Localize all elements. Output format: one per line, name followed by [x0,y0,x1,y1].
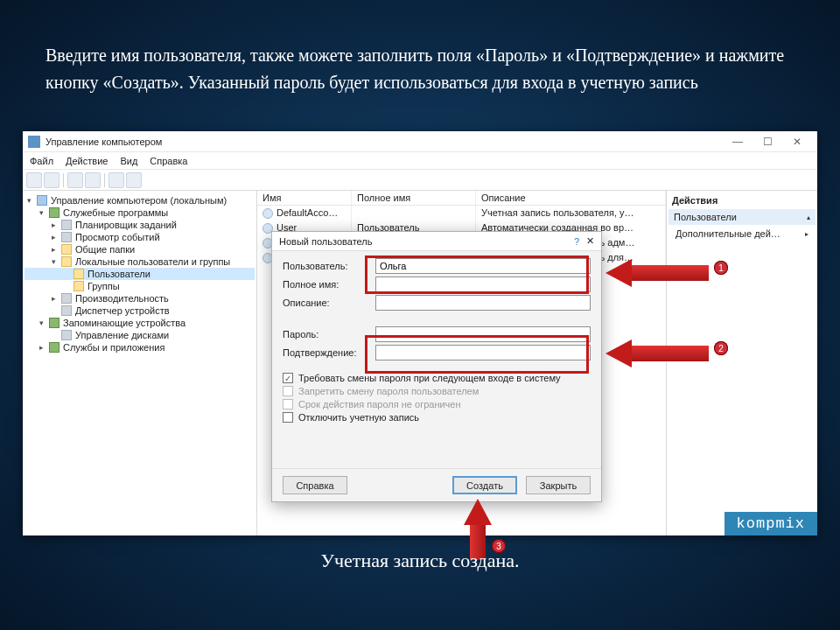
chevron-right-icon: ▸ [805,230,808,238]
checkbox-icon [283,412,293,423]
checkbox-icon [283,386,293,396]
input-description[interactable] [375,295,591,311]
help-button[interactable]: Справка [283,476,347,494]
menu-view[interactable]: Вид [120,156,137,166]
arrow-1 [606,259,709,287]
menu-file[interactable]: Файл [30,156,53,166]
actions-more[interactable]: Дополнительные дей…▸ [668,226,816,242]
checkbox-icon [283,399,293,410]
input-password[interactable] [375,326,591,342]
toolbar-back-icon[interactable] [26,172,42,188]
menu-action[interactable]: Действие [66,156,108,166]
actions-header: Действия [668,192,816,208]
new-user-dialog: Новый пользователь ? ✕ Пользователь: Пол… [271,231,602,502]
computer-icon [37,195,47,206]
badge-1: 1 [714,261,728,275]
menubar: Файл Действие Вид Справка [23,152,817,170]
tree-diskmgr[interactable]: Управление дисками [24,329,255,341]
devmgr-icon [61,305,72,316]
toolbar-refresh-icon[interactable] [108,172,124,188]
col-fullname[interactable]: Полное имя [352,191,476,205]
list-item[interactable]: DefaultAcco… Учетная запись пользователя… [257,206,666,220]
checkbox-require-change[interactable]: ✓Требовать смены пароля при следующем вх… [283,373,591,383]
tree-system-tools[interactable]: ▾Служебные программы [24,206,255,219]
tree-users-groups[interactable]: ▾Локальные пользователи и группы [24,256,255,268]
actions-users[interactable]: Пользователи▴ [668,209,816,225]
checkbox-never-expire: Срок действия пароля не ограничен [283,399,591,410]
close-dialog-button[interactable]: Закрыть [526,476,591,494]
input-confirm[interactable] [375,345,591,360]
shared-icon [61,244,72,255]
perf-icon [61,293,72,304]
col-name[interactable]: Имя [257,191,352,205]
toolbar-up-icon[interactable] [67,172,83,188]
field-confirm: Подтверждение: [283,345,591,360]
checkbox-icon: ✓ [283,373,293,383]
toolbar [23,170,817,191]
toolbar-forward-icon[interactable] [44,172,60,188]
field-fullname: Полное имя: [283,276,591,292]
menu-help[interactable]: Справка [150,156,187,166]
col-desc[interactable]: Описание [476,191,666,205]
services-icon [49,342,60,353]
input-fullname[interactable] [375,276,591,292]
close-button[interactable]: ✕ [782,133,812,150]
tree-shared[interactable]: ▸Общие папки [24,243,255,256]
tree-event-viewer[interactable]: ▸Просмотр событий [24,231,255,243]
scheduler-icon [61,220,72,230]
field-description: Описание: [283,295,591,311]
tree-storage[interactable]: ▾Запоминающие устройства [24,317,255,329]
label-password: Пароль: [283,329,370,340]
minimize-button[interactable]: — [723,133,752,150]
toolbar-props-icon[interactable] [85,172,101,188]
tree-services[interactable]: ▸Службы и приложения [24,341,255,354]
app-icon [28,136,40,148]
field-password: Пароль: [283,326,591,342]
label-description: Описание: [283,298,370,308]
dialog-buttons: Справка Создать Закрыть [272,468,601,501]
arrow-2 [606,340,709,368]
checkbox-deny-change: Запретить смену пароля пользователем [283,386,591,396]
toolbar-help-icon[interactable] [126,172,142,188]
tree-groups[interactable]: Группы [24,280,255,292]
tree-root[interactable]: ▾Управление компьютером (локальным) [24,194,255,206]
tools-icon [49,207,60,218]
tree-perf[interactable]: ▸Производительность [24,292,255,304]
tree-scheduler[interactable]: ▸Планировщик заданий [24,219,255,231]
window-title: Управление компьютером [46,136,162,147]
instruction-bottom: Учетная запись создана. [0,550,840,572]
badge-2: 2 [714,341,728,355]
folder-icon [74,281,84,291]
checkbox-disable[interactable]: Отключить учетную запись [283,412,591,423]
help-icon[interactable]: ? [574,236,579,247]
disk-icon [61,330,72,340]
folder-icon [74,269,84,279]
caret-up-icon: ▴ [807,214,810,221]
tree-panel: ▾Управление компьютером (локальным) ▾Слу… [23,191,257,536]
storage-icon [49,318,60,328]
instruction-text: Введите имя пользователя, также можете з… [46,42,805,96]
input-username[interactable] [375,258,591,274]
titlebar: Управление компьютером — ☐ ✕ [23,131,817,152]
event-icon [61,232,72,242]
dialog-titlebar: Новый пользователь ? ✕ [272,232,601,251]
watermark: kompmix [724,512,817,536]
tree-devmgr[interactable]: Диспетчер устройств [24,304,255,317]
field-username: Пользователь: [283,258,591,274]
users-groups-icon [61,256,72,267]
create-button[interactable]: Создать [452,476,517,494]
dialog-title: Новый пользователь [279,236,372,247]
user-icon [262,208,273,219]
label-fullname: Полное имя: [283,279,370,290]
tree-users[interactable]: Пользователи [24,268,255,280]
list-header: Имя Полное имя Описание [257,191,666,206]
dialog-close-icon[interactable]: ✕ [586,235,594,247]
maximize-button[interactable]: ☐ [752,133,782,150]
label-username: Пользователь: [283,261,370,271]
label-confirm: Подтверждение: [283,347,370,358]
